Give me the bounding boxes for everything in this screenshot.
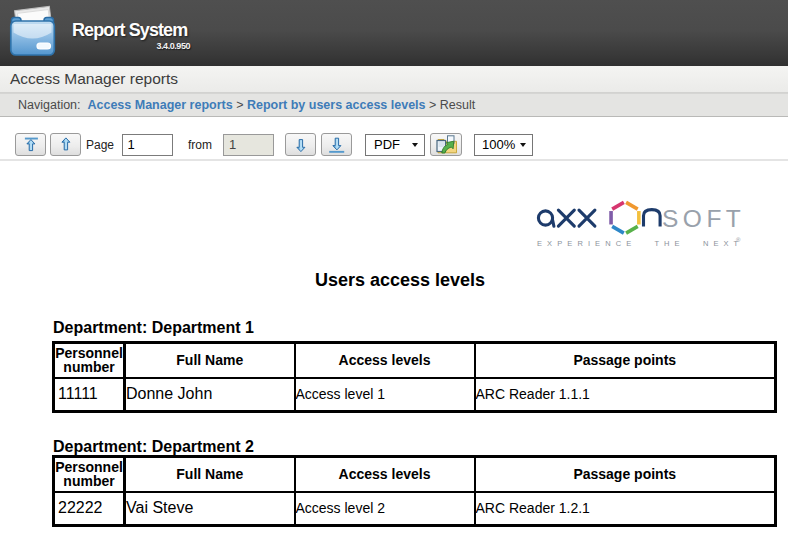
svg-text:®: ® xyxy=(736,237,741,243)
svg-text:EXPERIENCE THE NEXT: EXPERIENCE THE NEXT xyxy=(537,239,743,248)
svg-text:SOFT: SOFT xyxy=(662,205,745,232)
